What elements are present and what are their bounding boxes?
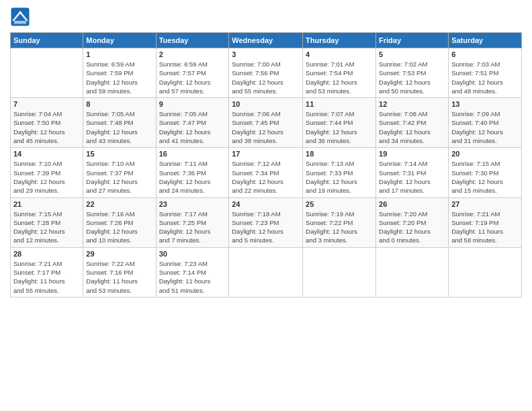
- day-cell: 7Sunrise: 7:04 AM Sunset: 7:50 PM Daylig…: [11, 98, 83, 148]
- day-number: 17: [232, 150, 300, 158]
- day-info: Sunrise: 7:05 AM Sunset: 7:47 PM Dayligh…: [159, 109, 226, 145]
- week-row-1: 1Sunrise: 6:59 AM Sunset: 7:59 PM Daylig…: [11, 48, 522, 98]
- day-number: 18: [306, 150, 373, 158]
- day-info: Sunrise: 7:21 AM Sunset: 7:17 PM Dayligh…: [13, 259, 80, 295]
- day-info: Sunrise: 7:14 AM Sunset: 7:31 PM Dayligh…: [379, 159, 445, 195]
- day-number: 29: [86, 250, 152, 258]
- day-info: Sunrise: 7:10 AM Sunset: 7:37 PM Dayligh…: [86, 159, 152, 195]
- day-cell: 24Sunrise: 7:18 AM Sunset: 7:23 PM Dayli…: [229, 197, 303, 247]
- day-cell: [303, 247, 376, 297]
- day-number: 8: [86, 100, 152, 108]
- day-cell: 25Sunrise: 7:19 AM Sunset: 7:22 PM Dayli…: [303, 197, 376, 247]
- day-number: 21: [13, 200, 80, 208]
- day-number: 24: [232, 200, 300, 208]
- day-info: Sunrise: 6:59 AM Sunset: 7:57 PM Dayligh…: [159, 60, 226, 95]
- day-cell: 11Sunrise: 7:07 AM Sunset: 7:44 PM Dayli…: [303, 98, 376, 148]
- day-cell: 6Sunrise: 7:03 AM Sunset: 7:51 PM Daylig…: [449, 48, 522, 98]
- day-info: Sunrise: 6:59 AM Sunset: 7:59 PM Dayligh…: [86, 60, 152, 95]
- day-cell: [229, 247, 303, 297]
- logo: [10, 7, 33, 27]
- day-cell: 14Sunrise: 7:10 AM Sunset: 7:39 PM Dayli…: [11, 148, 83, 197]
- day-cell: 5Sunrise: 7:02 AM Sunset: 7:53 PM Daylig…: [376, 48, 449, 98]
- day-cell: 8Sunrise: 7:05 AM Sunset: 7:48 PM Daylig…: [83, 98, 156, 148]
- day-number: 9: [159, 100, 226, 108]
- day-cell: 1Sunrise: 6:59 AM Sunset: 7:59 PM Daylig…: [83, 48, 156, 98]
- day-info: Sunrise: 7:06 AM Sunset: 7:45 PM Dayligh…: [232, 109, 300, 145]
- day-number: 5: [379, 50, 445, 58]
- day-info: Sunrise: 7:07 AM Sunset: 7:44 PM Dayligh…: [306, 109, 373, 145]
- day-number: 23: [159, 200, 226, 208]
- day-cell: 18Sunrise: 7:13 AM Sunset: 7:33 PM Dayli…: [303, 148, 376, 197]
- day-cell: 20Sunrise: 7:15 AM Sunset: 7:30 PM Dayli…: [449, 148, 522, 197]
- day-number: 4: [306, 50, 373, 58]
- day-info: Sunrise: 7:11 AM Sunset: 7:36 PM Dayligh…: [159, 159, 226, 195]
- day-number: 2: [159, 50, 226, 58]
- day-number: 12: [379, 100, 445, 108]
- day-cell: 13Sunrise: 7:09 AM Sunset: 7:40 PM Dayli…: [449, 98, 522, 148]
- day-cell: 17Sunrise: 7:12 AM Sunset: 7:34 PM Dayli…: [229, 148, 303, 197]
- logo-icon: [10, 7, 30, 27]
- day-cell: 30Sunrise: 7:23 AM Sunset: 7:14 PM Dayli…: [156, 247, 229, 297]
- day-number: 19: [379, 150, 445, 158]
- day-cell: 2Sunrise: 6:59 AM Sunset: 7:57 PM Daylig…: [156, 48, 229, 98]
- day-info: Sunrise: 7:17 AM Sunset: 7:25 PM Dayligh…: [159, 210, 226, 245]
- day-number: 28: [13, 250, 80, 258]
- day-info: Sunrise: 7:19 AM Sunset: 7:22 PM Dayligh…: [306, 210, 373, 245]
- day-cell: 16Sunrise: 7:11 AM Sunset: 7:36 PM Dayli…: [156, 148, 229, 197]
- day-cell: [449, 247, 522, 297]
- day-number: 3: [232, 50, 300, 58]
- day-number: 26: [379, 200, 445, 208]
- week-row-4: 21Sunrise: 7:15 AM Sunset: 7:28 PM Dayli…: [11, 197, 522, 247]
- day-info: Sunrise: 7:03 AM Sunset: 7:51 PM Dayligh…: [451, 60, 519, 95]
- day-info: Sunrise: 7:13 AM Sunset: 7:33 PM Dayligh…: [306, 159, 373, 195]
- day-info: Sunrise: 7:23 AM Sunset: 7:14 PM Dayligh…: [159, 259, 226, 295]
- week-row-2: 7Sunrise: 7:04 AM Sunset: 7:50 PM Daylig…: [11, 98, 522, 148]
- day-number: 20: [451, 150, 519, 158]
- day-number: 22: [86, 200, 152, 208]
- day-cell: 21Sunrise: 7:15 AM Sunset: 7:28 PM Dayli…: [11, 197, 83, 247]
- day-info: Sunrise: 7:22 AM Sunset: 7:16 PM Dayligh…: [86, 259, 152, 295]
- week-row-5: 28Sunrise: 7:21 AM Sunset: 7:17 PM Dayli…: [11, 247, 522, 297]
- day-info: Sunrise: 7:12 AM Sunset: 7:34 PM Dayligh…: [232, 159, 300, 195]
- day-info: Sunrise: 7:01 AM Sunset: 7:54 PM Dayligh…: [306, 60, 373, 95]
- col-header-monday: Monday: [83, 33, 156, 48]
- col-header-thursday: Thursday: [303, 33, 376, 48]
- day-cell: 12Sunrise: 7:08 AM Sunset: 7:42 PM Dayli…: [376, 98, 449, 148]
- day-cell: 27Sunrise: 7:21 AM Sunset: 7:19 PM Dayli…: [449, 197, 522, 247]
- day-cell: 19Sunrise: 7:14 AM Sunset: 7:31 PM Dayli…: [376, 148, 449, 197]
- day-info: Sunrise: 7:00 AM Sunset: 7:56 PM Dayligh…: [232, 60, 300, 95]
- day-cell: 9Sunrise: 7:05 AM Sunset: 7:47 PM Daylig…: [156, 98, 229, 148]
- day-cell: 10Sunrise: 7:06 AM Sunset: 7:45 PM Dayli…: [229, 98, 303, 148]
- day-cell: 29Sunrise: 7:22 AM Sunset: 7:16 PM Dayli…: [83, 247, 156, 297]
- col-header-friday: Friday: [376, 33, 449, 48]
- col-header-wednesday: Wednesday: [229, 33, 303, 48]
- day-number: 6: [451, 50, 519, 58]
- svg-rect-3: [14, 21, 26, 24]
- day-number: 15: [86, 150, 152, 158]
- col-header-sunday: Sunday: [11, 33, 83, 48]
- day-number: 11: [306, 100, 373, 108]
- day-number: 1: [86, 50, 152, 58]
- day-cell: 28Sunrise: 7:21 AM Sunset: 7:17 PM Dayli…: [11, 247, 83, 297]
- day-number: 16: [159, 150, 226, 158]
- day-cell: 15Sunrise: 7:10 AM Sunset: 7:37 PM Dayli…: [83, 148, 156, 197]
- day-number: 13: [451, 100, 519, 108]
- day-number: 7: [13, 100, 80, 108]
- day-number: 14: [13, 150, 80, 158]
- day-info: Sunrise: 7:20 AM Sunset: 7:20 PM Dayligh…: [379, 210, 445, 245]
- day-info: Sunrise: 7:15 AM Sunset: 7:30 PM Dayligh…: [451, 159, 519, 195]
- day-cell: 3Sunrise: 7:00 AM Sunset: 7:56 PM Daylig…: [229, 48, 303, 98]
- day-cell: [11, 48, 83, 98]
- day-info: Sunrise: 7:05 AM Sunset: 7:48 PM Dayligh…: [86, 109, 152, 145]
- col-header-tuesday: Tuesday: [156, 33, 229, 48]
- day-cell: 23Sunrise: 7:17 AM Sunset: 7:25 PM Dayli…: [156, 197, 229, 247]
- header: [10, 7, 522, 27]
- day-info: Sunrise: 7:09 AM Sunset: 7:40 PM Dayligh…: [451, 109, 519, 145]
- calendar-table: SundayMondayTuesdayWednesdayThursdayFrid…: [10, 32, 522, 298]
- day-info: Sunrise: 7:15 AM Sunset: 7:28 PM Dayligh…: [13, 210, 80, 245]
- day-cell: 4Sunrise: 7:01 AM Sunset: 7:54 PM Daylig…: [303, 48, 376, 98]
- day-info: Sunrise: 7:08 AM Sunset: 7:42 PM Dayligh…: [379, 109, 445, 145]
- day-info: Sunrise: 7:18 AM Sunset: 7:23 PM Dayligh…: [232, 210, 300, 245]
- header-row: SundayMondayTuesdayWednesdayThursdayFrid…: [11, 33, 522, 48]
- day-info: Sunrise: 7:04 AM Sunset: 7:50 PM Dayligh…: [13, 109, 80, 145]
